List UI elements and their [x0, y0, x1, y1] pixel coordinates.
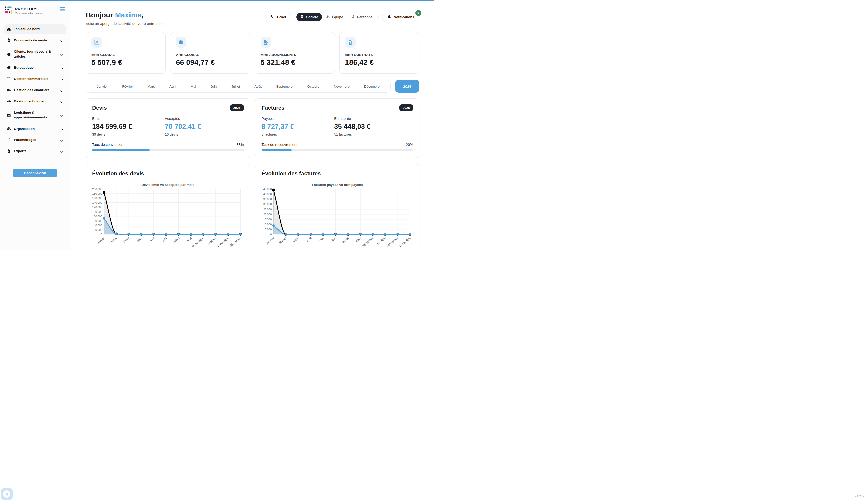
tab-equipe[interactable]: Équipe: [322, 13, 347, 21]
sidebar-item-clients-fournisseurs[interactable]: Clients, fournisseurs & articles: [4, 47, 66, 61]
problocs-logo[interactable]: PROBLOCS Votre solution bureautique.: [4, 5, 44, 15]
sidebar-item-parametrages[interactable]: Paramétrages: [4, 135, 66, 145]
stat-card-mrr-contrats: $ MRR CONTRATS 186,42 €: [339, 32, 419, 74]
sidebar-item-gestion-technique[interactable]: Gestion technique: [4, 96, 66, 106]
svg-text:janvier: janvier: [96, 236, 105, 245]
menu-toggle-button[interactable]: [59, 5, 66, 14]
document-icon: [7, 38, 11, 42]
logout-button[interactable]: Déconnexion: [13, 169, 57, 177]
printer-icon: [7, 66, 11, 70]
svg-text:40 000: 40 000: [94, 224, 102, 227]
chevron-down-icon: [60, 100, 63, 102]
svg-text:40 000: 40 000: [263, 193, 271, 196]
factures-chart-title: Évolution des factures: [262, 170, 413, 177]
person-icon: [351, 15, 355, 19]
conversion-rate-label: Taux de conversion: [92, 143, 124, 147]
notifications-count-badge: 0: [415, 10, 421, 16]
month-tab-septembre[interactable]: Septembre: [276, 84, 293, 88]
month-tab-juillet[interactable]: Juillet: [231, 84, 240, 88]
svg-text:septembre: septembre: [360, 236, 374, 248]
month-tab-octobre[interactable]: Octobre: [307, 84, 319, 88]
month-tab-aout[interactable]: Août: [254, 84, 262, 88]
conversion-progress-track: [92, 149, 244, 151]
problocs-logo-icon: [4, 5, 13, 15]
svg-text:mai: mai: [318, 236, 324, 242]
devis-year-badge: 2026: [230, 104, 244, 111]
chevron-down-icon: [60, 89, 63, 91]
month-tab-mai[interactable]: Mai: [190, 84, 196, 88]
factures-payees-label: Payées: [262, 117, 334, 121]
sidebar-item-bureautique[interactable]: Bureautique: [4, 63, 66, 72]
month-tab-avril[interactable]: Avril: [170, 84, 176, 88]
devis-chart-canvas: 020 00040 00060 00080 000100 000120 0001…: [92, 187, 244, 249]
ticket-button[interactable]: Ticket: [265, 12, 291, 22]
users-icon: [326, 15, 330, 19]
svg-text:juin: juin: [161, 236, 168, 242]
svg-text:juillet: juillet: [341, 236, 349, 243]
stat-label: MRR ABONNEMENTS: [261, 53, 329, 57]
devis-acceptes-count: 16 devis: [165, 132, 244, 136]
year-button[interactable]: 2026: [395, 80, 419, 93]
sidebar-item-gestion-commerciale[interactable]: Gestion commerciale: [4, 74, 66, 84]
chevron-down-icon: [60, 127, 63, 129]
svg-text:février: février: [278, 236, 287, 245]
sidebar-item-gestion-des-chantiers[interactable]: Gestion des chantiers: [4, 85, 66, 95]
svg-text:juillet: juillet: [172, 236, 180, 243]
svg-text:$: $: [349, 42, 351, 44]
svg-text:octobre: octobre: [207, 236, 217, 246]
svg-text:mai: mai: [149, 236, 155, 242]
sidebar-item-logistique-approvisionnements[interactable]: Logistique & approvisionnements: [4, 108, 66, 122]
main-content: Bonjour Maxime, Voici un aperçu de l'act…: [70, 1, 434, 250]
svg-text:20 000: 20 000: [263, 213, 271, 216]
devis-emis-count: 39 devis: [92, 132, 165, 136]
page-subtitle: Voici un aperçu de l'activité de votre e…: [86, 21, 165, 26]
svg-text:juin: juin: [331, 236, 337, 242]
month-tab-juin[interactable]: Juin: [210, 84, 217, 88]
file-signature-icon: [261, 37, 271, 47]
devis-acceptes-value: 70 702,41 €: [165, 123, 244, 130]
factures-evolution-card: Évolution des factures Factures payées v…: [255, 164, 420, 250]
svg-text:10 000: 10 000: [263, 223, 271, 226]
sidebar-item-tableau-de-bord[interactable]: Tableau de bord: [4, 24, 66, 34]
factures-chart-canvas: 05 00010 00015 00020 00025 00030 00035 0…: [262, 187, 413, 249]
month-tab-janvier[interactable]: Janvier: [97, 84, 108, 88]
notifications-button[interactable]: Notifications 0: [382, 12, 419, 22]
user-name: Maxime: [115, 11, 141, 19]
sidebar-item-organisation[interactable]: Organisation: [4, 124, 66, 134]
svg-text:septembre: septembre: [191, 236, 205, 248]
month-tab-decembre[interactable]: Décembre: [364, 84, 380, 88]
svg-text:60 000: 60 000: [94, 219, 102, 222]
factures-attente-value: 35 448,03 €: [334, 123, 413, 130]
chevron-down-icon: [60, 53, 63, 55]
chevron-down-icon: [60, 78, 63, 80]
hamburger-icon: [60, 8, 65, 12]
sliders-icon: [7, 138, 11, 142]
svg-text:février: février: [109, 236, 118, 245]
svg-text:mars: mars: [123, 236, 130, 243]
factures-payees-count: 8 factures: [262, 132, 334, 136]
month-tab-fevrier[interactable]: Février: [122, 84, 133, 88]
factures-year-badge: 2026: [399, 104, 413, 111]
svg-text:200 000: 200 000: [92, 188, 102, 191]
svg-text:180 000: 180 000: [92, 192, 102, 195]
stat-label: MRR GLOBAL: [91, 53, 160, 57]
stat-card-mrr-abonnements: MRR ABONNEMENTS 5 321,48 €: [255, 32, 335, 74]
sidebar-item-documents-de-vente[interactable]: Documents de vente: [4, 36, 66, 45]
sidebar-item-exports[interactable]: Exports: [4, 146, 66, 156]
building-icon: [300, 15, 304, 19]
phone-icon: [270, 15, 274, 19]
conversion-progress-fill: [92, 149, 150, 151]
tab-societe[interactable]: Société: [297, 13, 322, 21]
factures-card: Factures 2026 Payées 8 727,37 € 8 factur…: [255, 98, 420, 158]
sidebar-nav: Tableau de bord Documents de vente Clien…: [4, 24, 66, 156]
svg-text:août: août: [185, 236, 192, 243]
file-invoice-dollar-icon: $: [345, 37, 356, 47]
month-tab-novembre[interactable]: Novembre: [334, 84, 349, 88]
factures-attente-label: En attente: [334, 117, 413, 121]
month-tab-mars[interactable]: Mars: [147, 84, 155, 88]
svg-text:août: août: [355, 236, 362, 243]
devis-chart-subtitle: Devis émis vs acceptés par mois: [92, 183, 244, 186]
gear-icon: [7, 99, 11, 103]
svg-text:0: 0: [270, 233, 271, 236]
tab-personnel[interactable]: Personnel: [347, 13, 377, 21]
